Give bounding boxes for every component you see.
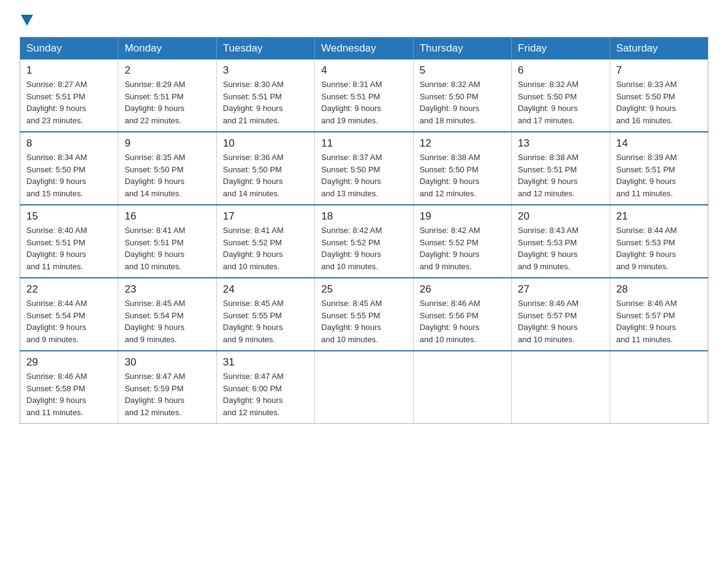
- calendar-day-cell: 6Sunrise: 8:32 AMSunset: 5:50 PMDaylight…: [512, 59, 610, 132]
- day-info: Sunrise: 8:42 AMSunset: 5:52 PMDaylight:…: [420, 224, 505, 272]
- weekday-header-sunday: Sunday: [20, 37, 118, 60]
- calendar-day-cell: 10Sunrise: 8:36 AMSunset: 5:50 PMDayligh…: [216, 132, 314, 205]
- day-info: Sunrise: 8:47 AMSunset: 5:59 PMDaylight:…: [124, 370, 210, 418]
- day-number: 13: [518, 137, 603, 150]
- day-info: Sunrise: 8:38 AMSunset: 5:51 PMDaylight:…: [518, 151, 603, 199]
- day-info: Sunrise: 8:32 AMSunset: 5:50 PMDaylight:…: [420, 79, 505, 126]
- day-info: Sunrise: 8:42 AMSunset: 5:52 PMDaylight:…: [321, 224, 406, 272]
- day-info: Sunrise: 8:44 AMSunset: 5:54 PMDaylight:…: [26, 297, 112, 345]
- day-info: Sunrise: 8:39 AMSunset: 5:51 PMDaylight:…: [616, 151, 702, 199]
- day-number: 31: [223, 356, 308, 369]
- day-number: 20: [518, 210, 603, 223]
- calendar-day-cell: 7Sunrise: 8:33 AMSunset: 5:50 PMDaylight…: [610, 59, 708, 132]
- calendar-day-cell: 15Sunrise: 8:40 AMSunset: 5:51 PMDayligh…: [20, 205, 118, 278]
- calendar-day-cell: 4Sunrise: 8:31 AMSunset: 5:51 PMDaylight…: [315, 59, 413, 132]
- day-info: Sunrise: 8:35 AMSunset: 5:50 PMDaylight:…: [124, 151, 210, 199]
- day-number: 18: [321, 210, 406, 223]
- day-number: 5: [420, 64, 505, 77]
- day-number: 26: [420, 283, 505, 296]
- day-info: Sunrise: 8:46 AMSunset: 5:57 PMDaylight:…: [616, 297, 702, 345]
- day-number: 21: [616, 210, 702, 223]
- day-info: Sunrise: 8:32 AMSunset: 5:50 PMDaylight:…: [518, 79, 603, 126]
- day-info: Sunrise: 8:38 AMSunset: 5:50 PMDaylight:…: [420, 151, 505, 199]
- calendar-day-cell: [512, 351, 610, 424]
- calendar-day-cell: 1Sunrise: 8:27 AMSunset: 5:51 PMDaylight…: [20, 59, 118, 132]
- calendar-day-cell: [413, 351, 511, 424]
- day-number: 10: [223, 137, 308, 150]
- weekday-header-thursday: Thursday: [413, 37, 511, 60]
- day-number: 15: [26, 210, 112, 223]
- calendar-day-cell: 25Sunrise: 8:45 AMSunset: 5:55 PMDayligh…: [315, 278, 413, 351]
- day-info: Sunrise: 8:45 AMSunset: 5:55 PMDaylight:…: [321, 297, 406, 345]
- day-info: Sunrise: 8:45 AMSunset: 5:55 PMDaylight:…: [223, 297, 308, 345]
- day-info: Sunrise: 8:34 AMSunset: 5:50 PMDaylight:…: [26, 151, 112, 199]
- logo: [20, 15, 34, 26]
- day-number: 11: [321, 137, 406, 150]
- day-number: 19: [420, 210, 505, 223]
- day-number: 6: [518, 64, 603, 77]
- calendar-day-cell: 23Sunrise: 8:45 AMSunset: 5:54 PMDayligh…: [118, 278, 216, 351]
- calendar-day-cell: [610, 351, 708, 424]
- day-info: Sunrise: 8:45 AMSunset: 5:54 PMDaylight:…: [124, 297, 210, 345]
- calendar-day-cell: 17Sunrise: 8:41 AMSunset: 5:52 PMDayligh…: [216, 205, 314, 278]
- calendar-day-cell: [315, 351, 413, 424]
- day-number: 22: [26, 283, 112, 296]
- day-number: 29: [26, 356, 112, 369]
- day-number: 8: [26, 137, 112, 150]
- calendar-day-cell: 9Sunrise: 8:35 AMSunset: 5:50 PMDaylight…: [118, 132, 216, 205]
- page-header: [20, 15, 708, 26]
- calendar-day-cell: 20Sunrise: 8:43 AMSunset: 5:53 PMDayligh…: [512, 205, 610, 278]
- calendar-day-cell: 18Sunrise: 8:42 AMSunset: 5:52 PMDayligh…: [315, 205, 413, 278]
- day-info: Sunrise: 8:33 AMSunset: 5:50 PMDaylight:…: [616, 79, 702, 126]
- calendar-day-cell: 12Sunrise: 8:38 AMSunset: 5:50 PMDayligh…: [413, 132, 511, 205]
- weekday-header-monday: Monday: [118, 37, 216, 60]
- day-info: Sunrise: 8:37 AMSunset: 5:50 PMDaylight:…: [321, 151, 406, 199]
- calendar-week-row: 15Sunrise: 8:40 AMSunset: 5:51 PMDayligh…: [20, 205, 708, 278]
- day-info: Sunrise: 8:29 AMSunset: 5:51 PMDaylight:…: [124, 79, 210, 126]
- calendar-day-cell: 19Sunrise: 8:42 AMSunset: 5:52 PMDayligh…: [413, 205, 511, 278]
- day-number: 2: [124, 64, 210, 77]
- calendar-day-cell: 13Sunrise: 8:38 AMSunset: 5:51 PMDayligh…: [512, 132, 610, 205]
- calendar-week-row: 22Sunrise: 8:44 AMSunset: 5:54 PMDayligh…: [20, 278, 708, 351]
- day-info: Sunrise: 8:40 AMSunset: 5:51 PMDaylight:…: [26, 224, 112, 272]
- day-info: Sunrise: 8:46 AMSunset: 5:57 PMDaylight:…: [518, 297, 603, 345]
- logo-arrow-icon: [21, 15, 33, 26]
- day-number: 14: [616, 137, 702, 150]
- calendar-day-cell: 27Sunrise: 8:46 AMSunset: 5:57 PMDayligh…: [512, 278, 610, 351]
- day-number: 27: [518, 283, 603, 296]
- day-info: Sunrise: 8:41 AMSunset: 5:52 PMDaylight:…: [223, 224, 308, 272]
- weekday-header-saturday: Saturday: [610, 37, 708, 60]
- calendar-day-cell: 21Sunrise: 8:44 AMSunset: 5:53 PMDayligh…: [610, 205, 708, 278]
- weekday-header-tuesday: Tuesday: [216, 37, 314, 60]
- day-info: Sunrise: 8:46 AMSunset: 5:56 PMDaylight:…: [420, 297, 505, 345]
- day-info: Sunrise: 8:30 AMSunset: 5:51 PMDaylight:…: [223, 79, 308, 126]
- calendar-day-cell: 16Sunrise: 8:41 AMSunset: 5:51 PMDayligh…: [118, 205, 216, 278]
- calendar-day-cell: 30Sunrise: 8:47 AMSunset: 5:59 PMDayligh…: [118, 351, 216, 424]
- day-number: 17: [223, 210, 308, 223]
- day-info: Sunrise: 8:41 AMSunset: 5:51 PMDaylight:…: [124, 224, 210, 272]
- calendar-week-row: 1Sunrise: 8:27 AMSunset: 5:51 PMDaylight…: [20, 59, 708, 132]
- calendar-day-cell: 28Sunrise: 8:46 AMSunset: 5:57 PMDayligh…: [610, 278, 708, 351]
- calendar-day-cell: 31Sunrise: 8:47 AMSunset: 6:00 PMDayligh…: [216, 351, 314, 424]
- day-number: 23: [124, 283, 210, 296]
- calendar-day-cell: 3Sunrise: 8:30 AMSunset: 5:51 PMDaylight…: [216, 59, 314, 132]
- day-number: 4: [321, 64, 406, 77]
- day-info: Sunrise: 8:27 AMSunset: 5:51 PMDaylight:…: [26, 79, 112, 126]
- calendar-day-cell: 26Sunrise: 8:46 AMSunset: 5:56 PMDayligh…: [413, 278, 511, 351]
- day-info: Sunrise: 8:47 AMSunset: 6:00 PMDaylight:…: [223, 370, 308, 418]
- calendar-table: SundayMondayTuesdayWednesdayThursdayFrid…: [20, 37, 708, 424]
- calendar-week-row: 8Sunrise: 8:34 AMSunset: 5:50 PMDaylight…: [20, 132, 708, 205]
- day-info: Sunrise: 8:31 AMSunset: 5:51 PMDaylight:…: [321, 79, 406, 126]
- day-number: 30: [124, 356, 210, 369]
- calendar-day-cell: 8Sunrise: 8:34 AMSunset: 5:50 PMDaylight…: [20, 132, 118, 205]
- weekday-header-row: SundayMondayTuesdayWednesdayThursdayFrid…: [20, 37, 708, 60]
- day-number: 9: [124, 137, 210, 150]
- calendar-week-row: 29Sunrise: 8:46 AMSunset: 5:58 PMDayligh…: [20, 351, 708, 424]
- day-number: 7: [616, 64, 702, 77]
- calendar-day-cell: 2Sunrise: 8:29 AMSunset: 5:51 PMDaylight…: [118, 59, 216, 132]
- day-number: 1: [26, 64, 112, 77]
- day-info: Sunrise: 8:46 AMSunset: 5:58 PMDaylight:…: [26, 370, 112, 418]
- calendar-day-cell: 29Sunrise: 8:46 AMSunset: 5:58 PMDayligh…: [20, 351, 118, 424]
- day-number: 12: [420, 137, 505, 150]
- day-number: 28: [616, 283, 702, 296]
